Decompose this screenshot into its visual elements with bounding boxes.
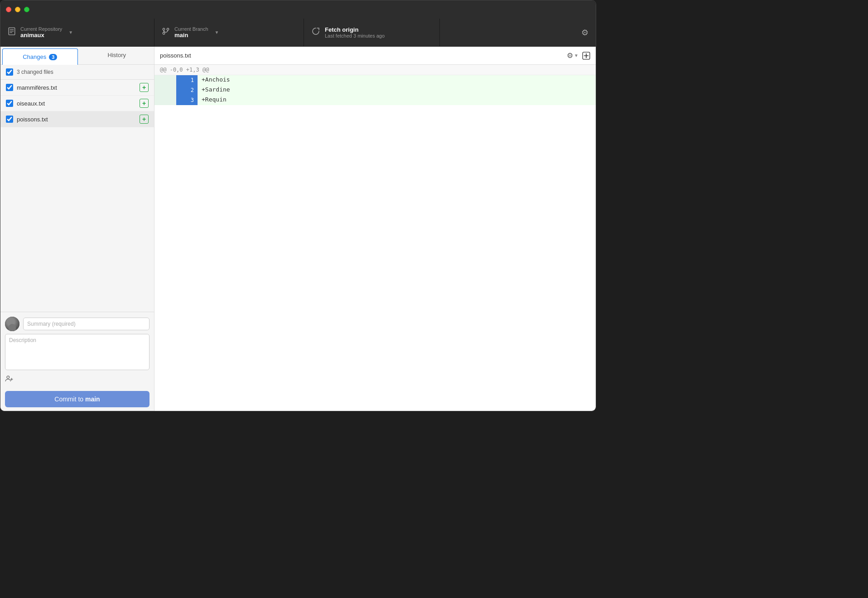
repo-text: Current Repository animaux (20, 26, 62, 39)
svg-point-7 (7, 376, 10, 379)
co-authors-icon (5, 375, 13, 385)
titlebar (0, 0, 596, 19)
toolbar: Current Repository animaux ▼ Current Bra… (0, 19, 596, 47)
file-checkbox-oiseaux[interactable] (6, 100, 13, 107)
file-name-mammi: mammifères.txt (17, 84, 136, 91)
branch-name: main (174, 32, 208, 39)
file-name-oiseaux: oiseaux.txt (17, 100, 136, 107)
fullscreen-button[interactable] (24, 7, 29, 12)
select-all-checkbox[interactable] (6, 68, 13, 76)
minimize-button[interactable] (15, 7, 20, 12)
repo-dropdown-arrow: ▼ (68, 30, 73, 35)
diff-line-num-old-2 (154, 85, 176, 95)
diff-line-num-new-3: 3 (176, 95, 198, 105)
diff-settings-btn[interactable]: ⚙ ▼ (567, 51, 579, 60)
list-item[interactable]: mammifères.txt + (0, 80, 154, 96)
toolbar-right: ⚙ (440, 19, 596, 46)
svg-rect-1 (10, 29, 14, 30)
commit-button[interactable]: Commit to main (5, 391, 149, 407)
branch-label: Current Branch (174, 26, 208, 32)
changed-files-label: 3 changed files (17, 69, 53, 75)
svg-point-4 (163, 28, 165, 30)
summary-input[interactable] (23, 318, 149, 330)
description-input[interactable] (5, 334, 149, 370)
list-item[interactable]: oiseaux.txt + (0, 96, 154, 111)
diff-header: poissons.txt ⚙ ▼ (154, 47, 596, 65)
repo-label: Current Repository (20, 26, 62, 32)
list-item[interactable]: poissons.txt + (0, 111, 154, 127)
diff-line-num-new-1: 1 (176, 75, 198, 85)
file-add-icon-mammi: + (140, 83, 149, 92)
fetch-text: Fetch origin Last fetched 3 minutes ago (325, 26, 385, 39)
diff-filename: poissons.txt (160, 52, 191, 59)
svg-point-5 (163, 32, 165, 34)
repo-name: animaux (20, 32, 62, 39)
tab-changes-badge: 3 (49, 54, 57, 60)
diff-content: @@ -0,0 +1,3 @@ 1 +Anchois 2 +Sardine 3 … (154, 65, 596, 411)
file-checkbox-mammi[interactable] (6, 84, 13, 91)
commit-area: Commit to main (0, 312, 154, 411)
file-add-icon-poissons: + (140, 115, 149, 124)
main-layout: Changes 3 History 3 changed files mammif… (0, 47, 596, 411)
fetch-sub: Last fetched 3 minutes ago (325, 33, 385, 39)
svg-point-6 (167, 28, 169, 30)
diff-header-actions: ⚙ ▼ (567, 51, 590, 60)
diff-line-2: 2 +Sardine (154, 85, 596, 95)
diff-hunk-header: @@ -0,0 +1,3 @@ (154, 65, 596, 75)
diff-area: poissons.txt ⚙ ▼ @@ -0,0 +1,3 @@ (154, 47, 596, 411)
sidebar: Changes 3 History 3 changed files mammif… (0, 47, 154, 411)
file-checkbox-poissons[interactable] (6, 116, 13, 123)
repo-icon (8, 27, 16, 38)
diff-line-num-old-1 (154, 75, 176, 85)
file-list: mammifères.txt + oiseaux.txt + poissons.… (0, 80, 154, 312)
commit-summary-row (5, 317, 149, 331)
diff-line-content-3: +Requin (198, 95, 596, 105)
tabs: Changes 3 History (0, 47, 154, 65)
diff-line-3: 3 +Requin (154, 95, 596, 105)
diff-line-num-old-3 (154, 95, 176, 105)
branch-text: Current Branch main (174, 26, 208, 39)
diff-add-btn[interactable] (582, 52, 590, 60)
tab-changes[interactable]: Changes 3 (2, 48, 78, 65)
fetch-origin-section[interactable]: Fetch origin Last fetched 3 minutes ago (304, 19, 440, 46)
fetch-icon (311, 27, 320, 38)
file-name-poissons: poissons.txt (17, 116, 136, 123)
branch-dropdown-arrow: ▼ (215, 30, 219, 35)
diff-line-1: 1 +Anchois (154, 75, 596, 85)
diff-settings-arrow: ▼ (574, 53, 579, 58)
tab-changes-label: Changes (23, 53, 46, 60)
current-repo-section[interactable]: Current Repository animaux ▼ (0, 19, 154, 46)
avatar (5, 317, 19, 331)
current-branch-section[interactable]: Current Branch main ▼ (154, 19, 304, 46)
tab-history[interactable]: History (80, 47, 154, 64)
settings-icon[interactable]: ⚙ (579, 26, 590, 39)
diff-line-content-2: +Sardine (198, 85, 596, 95)
branch-icon (162, 27, 170, 38)
changed-files-header: 3 changed files (0, 65, 154, 80)
svg-rect-3 (10, 32, 13, 33)
diff-line-num-new-2: 2 (176, 85, 198, 95)
file-add-icon-oiseaux: + (140, 99, 149, 108)
svg-rect-2 (10, 31, 14, 31)
tab-history-label: History (108, 52, 126, 58)
fetch-label: Fetch origin (325, 26, 385, 33)
close-button[interactable] (6, 7, 11, 12)
diff-line-content-1: +Anchois (198, 75, 596, 85)
co-authors-row[interactable] (5, 373, 149, 386)
